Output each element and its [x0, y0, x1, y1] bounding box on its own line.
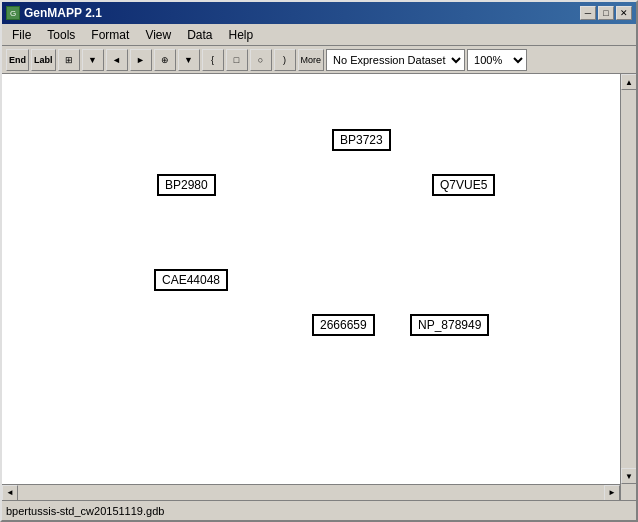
arrow-left-button[interactable]: ◄ [106, 49, 128, 71]
move-button[interactable]: ⊕ [154, 49, 176, 71]
rect-button[interactable]: □ [226, 49, 248, 71]
dropdown2-button[interactable]: ▼ [178, 49, 200, 71]
canvas[interactable]: BP3723 BP2980 Q7VUE5 CAE44048 2666659 NP… [2, 74, 620, 484]
status-bar: bpertussis-std_cw20151119.gdb [2, 500, 636, 520]
menu-file[interactable]: File [4, 26, 39, 44]
end-button[interactable]: End [6, 49, 29, 71]
zoom-dropdown[interactable]: 100% [467, 49, 527, 71]
dropdown-arrow-button[interactable]: ▼ [82, 49, 104, 71]
label-button[interactable]: Labl [31, 49, 56, 71]
brace-button[interactable]: { [202, 49, 224, 71]
status-filename: bpertussis-std_cw20151119.gdb [6, 505, 164, 517]
node-Q7VUE5[interactable]: Q7VUE5 [432, 174, 495, 196]
minimize-button[interactable]: ─ [580, 6, 596, 20]
main-area: BP3723 BP2980 Q7VUE5 CAE44048 2666659 NP… [2, 74, 636, 484]
window-title: GenMAPP 2.1 [24, 6, 102, 20]
menu-data[interactable]: Data [179, 26, 220, 44]
node-BP3723[interactable]: BP3723 [332, 129, 391, 151]
title-buttons: ─ □ ✕ [580, 6, 632, 20]
menu-format[interactable]: Format [83, 26, 137, 44]
oval-button[interactable]: ○ [250, 49, 272, 71]
dataset-dropdown[interactable]: No Expression Dataset [326, 49, 465, 71]
node-2666659[interactable]: 2666659 [312, 314, 375, 336]
menu-view[interactable]: View [137, 26, 179, 44]
menu-help[interactable]: Help [221, 26, 262, 44]
scroll-corner [620, 484, 636, 500]
toolbar: End Labl ⊞ ▼ ◄ ► ⊕ ▼ { □ ○ ) More No Exp… [2, 46, 636, 74]
more-button[interactable]: More [298, 49, 325, 71]
scrollbar-horizontal: ◄ ► [2, 484, 620, 500]
node-CAE44048[interactable]: CAE44048 [154, 269, 228, 291]
h-scroll-row: ◄ ► [2, 484, 636, 500]
app-icon: G [6, 6, 20, 20]
node-BP2980[interactable]: BP2980 [157, 174, 216, 196]
scrollbar-h-track[interactable] [18, 485, 604, 501]
menu-bar: File Tools Format View Data Help [2, 24, 636, 46]
scrollbar-v-track[interactable] [621, 90, 636, 468]
scroll-left-button[interactable]: ◄ [2, 485, 18, 501]
scroll-down-button[interactable]: ▼ [621, 468, 636, 484]
line-button[interactable]: ) [274, 49, 296, 71]
scroll-up-button[interactable]: ▲ [621, 74, 636, 90]
title-bar: G GenMAPP 2.1 ─ □ ✕ [2, 2, 636, 24]
grid-button[interactable]: ⊞ [58, 49, 80, 71]
app-window: G GenMAPP 2.1 ─ □ ✕ File Tools Format Vi… [0, 0, 638, 522]
scrollbar-vertical: ▲ ▼ [620, 74, 636, 484]
maximize-button[interactable]: □ [598, 6, 614, 20]
scroll-right-button[interactable]: ► [604, 485, 620, 501]
node-NP_878949[interactable]: NP_878949 [410, 314, 489, 336]
title-bar-left: G GenMAPP 2.1 [6, 6, 102, 20]
menu-tools[interactable]: Tools [39, 26, 83, 44]
close-button[interactable]: ✕ [616, 6, 632, 20]
arrow-right-button[interactable]: ► [130, 49, 152, 71]
